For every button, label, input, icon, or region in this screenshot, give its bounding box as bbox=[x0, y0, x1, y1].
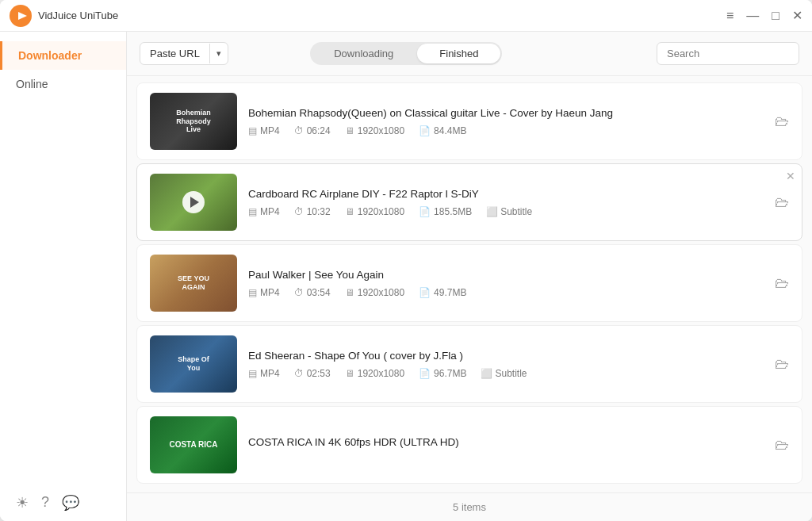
minimize-icon[interactable]: — bbox=[746, 10, 759, 22]
item-actions-4: 🗁 bbox=[775, 356, 789, 373]
item-info-1: Bohemian Rhapsody(Queen) on Classical gu… bbox=[248, 107, 764, 136]
resolution-4: 🖥 1920x1080 bbox=[345, 368, 404, 379]
subtitle-icon-2: ⬜ bbox=[486, 206, 498, 217]
item-title-5: COSTA RICA IN 4K 60fps HDR (ULTRA HD) bbox=[248, 436, 764, 448]
item-actions-3: 🗁 bbox=[775, 275, 789, 292]
format-icon-1: ▤ bbox=[248, 125, 257, 136]
duration-1: ⏱ 06:24 bbox=[294, 125, 331, 136]
duration-icon-2: ⏱ bbox=[294, 206, 304, 217]
menu-icon[interactable]: ≡ bbox=[726, 10, 733, 22]
footer: 5 items bbox=[127, 492, 812, 521]
open-folder-button-4[interactable]: 🗁 bbox=[775, 356, 789, 373]
play-button-2[interactable] bbox=[182, 191, 205, 213]
duration-icon-3: ⏱ bbox=[294, 287, 304, 298]
open-folder-button-5[interactable]: 🗁 bbox=[775, 437, 789, 454]
tab-finished[interactable]: Finished bbox=[417, 44, 500, 63]
item-title-3: Paul Walker | See You Again bbox=[248, 269, 764, 281]
item-actions-5: 🗁 bbox=[775, 437, 789, 454]
item-meta-2: ▤ MP4 ⏱ 10:32 🖥 1920x1080 bbox=[248, 206, 764, 217]
format-icon-2: ▤ bbox=[248, 206, 257, 217]
resolution-3: 🖥 1920x1080 bbox=[345, 287, 404, 298]
format-1: ▤ MP4 bbox=[248, 125, 280, 136]
tab-downloading[interactable]: Downloading bbox=[312, 44, 416, 63]
search-input[interactable] bbox=[657, 42, 799, 65]
open-folder-button-1[interactable]: 🗁 bbox=[775, 113, 789, 130]
item-info-4: Ed Sheeran - Shape Of You ( cover by J.F… bbox=[248, 350, 764, 379]
duration-icon-1: ⏱ bbox=[294, 125, 304, 136]
item-info-3: Paul Walker | See You Again ▤ MP4 ⏱ 03:5… bbox=[248, 269, 764, 298]
item-title-1: Bohemian Rhapsody(Queen) on Classical gu… bbox=[248, 107, 764, 119]
item-actions-1: 🗁 bbox=[775, 113, 789, 130]
title-bar-left: VidJuice UniTube bbox=[10, 5, 118, 27]
sidebar: Downloader Online ☀ ? 💬 bbox=[0, 32, 127, 521]
paste-url-button[interactable]: Paste URL ▾ bbox=[140, 42, 228, 65]
item-meta-4: ▤ MP4 ⏱ 02:53 🖥 1920x1080 bbox=[248, 368, 764, 379]
paste-url-dropdown[interactable]: ▾ bbox=[209, 44, 228, 63]
list-item: SEE YOUAGAIN Paul Walker | See You Again… bbox=[136, 244, 802, 322]
subtitle-badge-2: ⬜ Subtitle bbox=[486, 206, 532, 217]
resolution-1: 🖥 1920x1080 bbox=[345, 125, 404, 136]
duration-4: ⏱ 02:53 bbox=[294, 368, 331, 379]
item-meta-3: ▤ MP4 ⏱ 03:54 🖥 1920x1080 bbox=[248, 287, 764, 298]
size-icon-2: 📄 bbox=[419, 206, 431, 217]
resolution-icon-1: 🖥 bbox=[345, 125, 354, 136]
list-item: Shape OfYou Ed Sheeran - Shape Of You ( … bbox=[136, 325, 802, 403]
size-icon-3: 📄 bbox=[419, 287, 431, 298]
size-icon-1: 📄 bbox=[419, 125, 431, 136]
format-3: ▤ MP4 bbox=[248, 287, 280, 298]
duration-2: ⏱ 10:32 bbox=[294, 206, 331, 217]
resolution-icon-4: 🖥 bbox=[345, 368, 354, 379]
item-info-2: Cardboard RC Airplane DIY - F22 Raptor l… bbox=[248, 188, 764, 217]
open-folder-button-2[interactable]: 🗁 bbox=[775, 194, 789, 211]
list-item: BohemianRhapsodyLive Bohemian Rhapsody(Q… bbox=[136, 82, 802, 160]
item-info-5: COSTA RICA IN 4K 60fps HDR (ULTRA HD) bbox=[248, 436, 764, 454]
duration-3: ⏱ 03:54 bbox=[294, 287, 331, 298]
close-item-2[interactable]: ✕ bbox=[786, 170, 795, 182]
sidebar-bottom: ☀ ? 💬 bbox=[0, 494, 127, 511]
title-bar: VidJuice UniTube ≡ — □ ✕ bbox=[0, 0, 812, 32]
items-count: 5 items bbox=[453, 501, 486, 513]
resolution-icon-2: 🖥 bbox=[345, 206, 354, 217]
item-actions-2: 🗁 bbox=[775, 194, 789, 211]
format-2: ▤ MP4 bbox=[248, 206, 280, 217]
size-icon-4: 📄 bbox=[419, 368, 431, 379]
open-folder-button-3[interactable]: 🗁 bbox=[775, 275, 789, 292]
size-3: 📄 49.7MB bbox=[419, 287, 466, 298]
content-area: Paste URL ▾ Downloading Finished bbox=[127, 32, 812, 521]
item-meta-1: ▤ MP4 ⏱ 06:24 🖥 1920x1080 bbox=[248, 125, 764, 136]
size-2: 📄 185.5MB bbox=[419, 206, 472, 217]
size-1: 📄 84.4MB bbox=[419, 125, 466, 136]
item-title-2: Cardboard RC Airplane DIY - F22 Raptor l… bbox=[248, 188, 764, 200]
size-4: 📄 96.7MB bbox=[419, 368, 466, 379]
settings-icon[interactable]: ☀ bbox=[16, 494, 29, 511]
format-icon-4: ▤ bbox=[248, 368, 257, 379]
duration-icon-4: ⏱ bbox=[294, 368, 304, 379]
thumbnail-2 bbox=[150, 174, 237, 231]
chat-icon[interactable]: 💬 bbox=[62, 494, 79, 511]
thumbnail-1: BohemianRhapsodyLive bbox=[150, 93, 237, 150]
thumbnail-4: Shape OfYou bbox=[150, 335, 237, 393]
format-4: ▤ MP4 bbox=[248, 368, 280, 379]
resolution-icon-3: 🖥 bbox=[345, 287, 354, 298]
thumbnail-5: COSTA RICA bbox=[150, 416, 237, 473]
close-icon[interactable]: ✕ bbox=[792, 10, 802, 22]
list-item: ✕ Cardboard RC Airplane DIY - F22 Raptor… bbox=[136, 163, 802, 241]
app-window: VidJuice UniTube ≡ — □ ✕ Downloader Onli… bbox=[0, 0, 812, 521]
thumbnail-3: SEE YOUAGAIN bbox=[150, 255, 237, 312]
title-bar-controls: ≡ — □ ✕ bbox=[726, 10, 802, 22]
items-list: BohemianRhapsodyLive Bohemian Rhapsody(Q… bbox=[127, 76, 812, 492]
main-layout: Downloader Online ☀ ? 💬 Paste URL ▾ bbox=[0, 32, 812, 521]
tab-group: Downloading Finished bbox=[310, 42, 502, 65]
sidebar-item-online[interactable]: Online bbox=[0, 70, 126, 98]
sidebar-item-downloader[interactable]: Downloader bbox=[0, 41, 126, 70]
toolbar: Paste URL ▾ Downloading Finished bbox=[127, 32, 812, 76]
item-title-4: Ed Sheeran - Shape Of You ( cover by J.F… bbox=[248, 350, 764, 362]
app-logo bbox=[10, 5, 32, 27]
list-item: COSTA RICA COSTA RICA IN 4K 60fps HDR (U… bbox=[136, 406, 802, 484]
play-triangle-2 bbox=[190, 197, 199, 208]
app-name: VidJuice UniTube bbox=[38, 10, 118, 21]
help-icon[interactable]: ? bbox=[41, 494, 49, 511]
paste-url-label: Paste URL bbox=[140, 43, 209, 64]
subtitle-badge-4: ⬜ Subtitle bbox=[481, 368, 527, 379]
maximize-icon[interactable]: □ bbox=[772, 10, 779, 22]
